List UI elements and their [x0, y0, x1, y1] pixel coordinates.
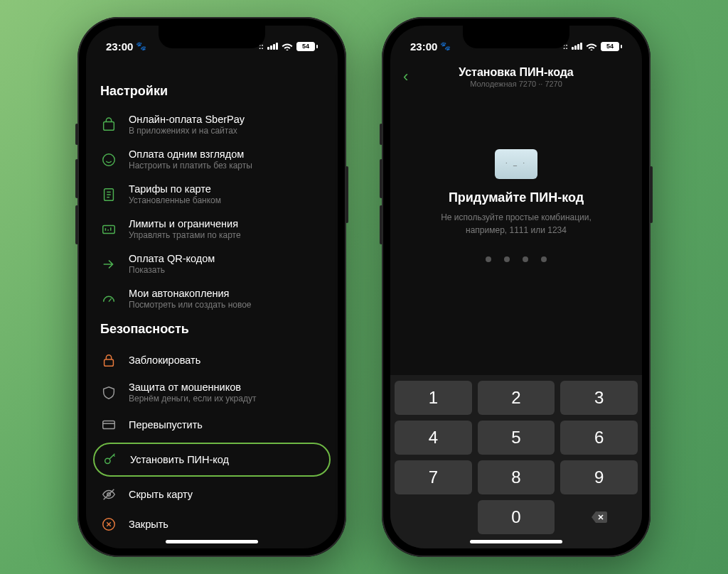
lock-icon [100, 352, 117, 369]
battery-level: 54 [606, 43, 614, 50]
key-5[interactable]: 5 [478, 421, 555, 455]
key-3[interactable]: 3 [560, 381, 638, 415]
svg-line-10 [109, 298, 112, 302]
doc-icon [100, 186, 117, 203]
notch [463, 26, 569, 48]
battery-icon: 54 [601, 42, 622, 51]
key-6[interactable]: 6 [560, 421, 638, 455]
key-8[interactable]: 8 [478, 460, 555, 494]
home-indicator[interactable] [166, 540, 258, 543]
key-2[interactable]: 2 [478, 381, 555, 415]
phone-right: 23:00 🐾 :: 54 ‹ Установка ПИН-кода Молод… [382, 17, 651, 557]
item-close[interactable]: Закрыть [86, 509, 338, 539]
item-tariffs[interactable]: Тарифы по картеУстановленные банком [86, 177, 338, 212]
card-icon [100, 416, 117, 433]
item-sub: В приложениях и на сайтах [129, 126, 323, 136]
key-blank [395, 500, 472, 534]
backspace-icon [590, 510, 609, 524]
svg-rect-6 [103, 225, 115, 233]
svg-rect-11 [105, 359, 114, 366]
signal-icon [267, 43, 278, 50]
battery-level: 54 [302, 43, 309, 50]
key-1[interactable]: 1 [395, 381, 472, 415]
item-title: Онлайн-оплата SberPay [129, 114, 323, 125]
item-sberpay[interactable]: Онлайн-оплата SberPayВ приложениях и на … [86, 107, 338, 142]
signal-icon [572, 43, 582, 50]
pin-dots [390, 256, 642, 262]
wifi-icon [586, 42, 597, 50]
svg-point-14 [105, 458, 110, 463]
nav-title: Установка ПИН-кода [390, 66, 642, 79]
face-icon [100, 151, 117, 168]
nav-bar: ‹ Установка ПИН-кода Молодежная 7270 ·· … [390, 57, 642, 92]
key-delete[interactable] [560, 500, 638, 534]
item-set-pin[interactable]: Установить ПИН-код [93, 443, 331, 477]
item-fraud[interactable]: Защита от мошенниковВернём деньги, если … [86, 375, 338, 410]
shield-icon [100, 384, 117, 401]
pin-dot [541, 256, 547, 262]
paw-icon: 🐾 [136, 41, 146, 51]
home-indicator[interactable] [470, 540, 562, 543]
key-icon [102, 451, 119, 468]
notch [159, 26, 265, 48]
gauge-icon [100, 291, 117, 308]
item-block[interactable]: Заблокировать [86, 345, 338, 375]
status-time: 23:00 [410, 40, 437, 53]
svg-rect-0 [104, 121, 114, 130]
arrow-icon [100, 256, 117, 273]
item-limits[interactable]: Лимиты и ограниченияУправлять тратами по… [86, 212, 338, 247]
section-title-security: Безопасность [86, 316, 338, 345]
status-time: 23:00 [106, 40, 133, 53]
item-hide-card[interactable]: Скрыть карту [86, 480, 338, 509]
limits-icon [100, 221, 117, 238]
phone-left: 23:00 🐾 :: 54 Настройки Онлайн-оплата Sb… [77, 17, 346, 557]
key-4[interactable]: 4 [395, 421, 472, 455]
pin-heading: Придумайте ПИН-код [390, 190, 642, 205]
card-illustration: · _ · [495, 149, 537, 179]
nav-subtitle: Молодежная 7270 ·· 7270 [390, 80, 642, 88]
eye-off-icon [100, 486, 117, 503]
item-auto-savings[interactable]: Мои автонакопленияПосмотреть или создать… [86, 281, 338, 316]
svg-point-1 [103, 153, 115, 166]
pin-dot [523, 256, 528, 262]
settings-content[interactable]: Настройки Онлайн-оплата SberPayВ приложе… [86, 57, 338, 548]
key-0[interactable]: 0 [478, 500, 555, 534]
paw-icon: 🐾 [440, 41, 451, 51]
pin-hint: Не используйте простые комбинации, напри… [390, 211, 642, 237]
svg-rect-12 [103, 421, 115, 429]
numeric-keypad: 1 2 3 4 5 6 7 8 9 0 [390, 375, 642, 548]
close-circle-icon [100, 516, 117, 533]
pin-dot [486, 256, 491, 262]
battery-icon: 54 [296, 42, 318, 51]
key-9[interactable]: 9 [560, 460, 638, 494]
wifi-icon [282, 42, 293, 50]
item-qr[interactable]: Оплата QR-кодомПоказать [86, 247, 338, 281]
section-title-settings: Настройки [86, 78, 338, 107]
item-face-pay[interactable]: Оплата одним взглядомНастроить и платить… [86, 142, 338, 177]
item-reissue[interactable]: Перевыпустить [86, 410, 338, 440]
pin-dot [504, 256, 510, 262]
bag-icon [100, 117, 117, 134]
key-7[interactable]: 7 [395, 460, 472, 494]
